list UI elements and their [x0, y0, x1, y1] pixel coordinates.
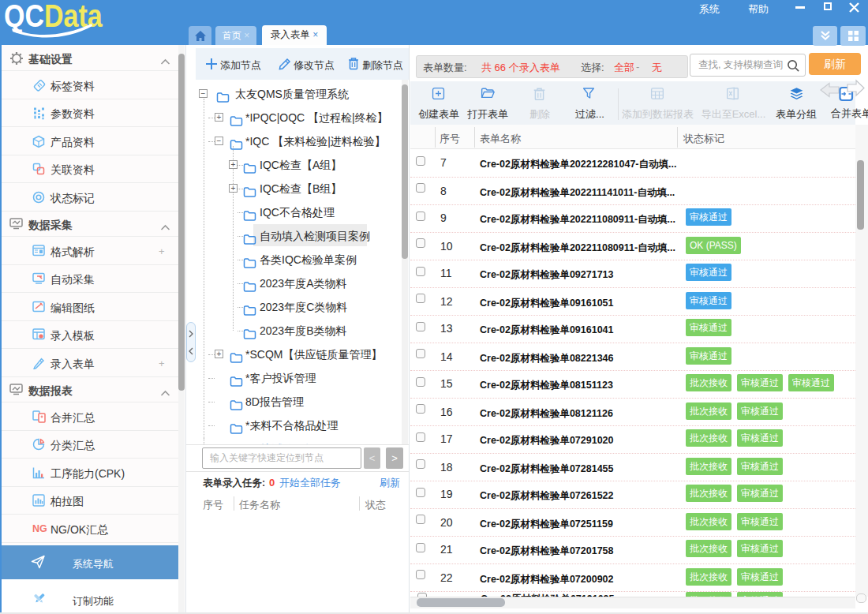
svg-text:NG: NG [32, 523, 47, 534]
svg-text:Data: Data [44, 1, 103, 34]
svg-text:QC: QC [4, 1, 44, 34]
